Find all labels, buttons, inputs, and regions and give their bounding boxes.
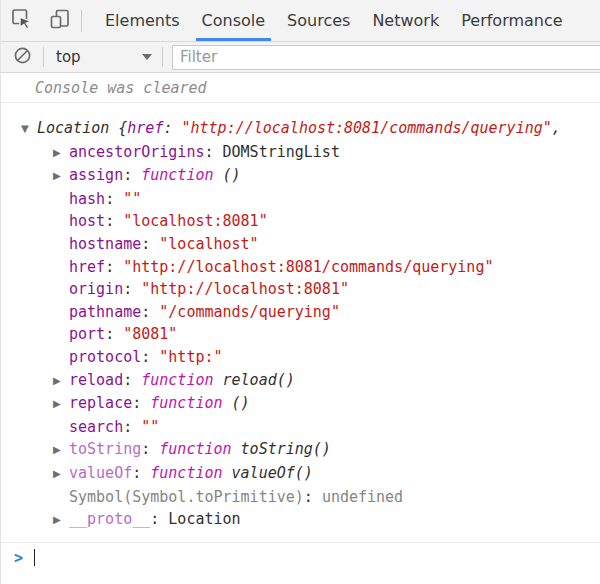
colon-separator: :: [141, 303, 159, 321]
function-keyword: function: [141, 371, 222, 389]
property-name: origin: [69, 280, 123, 298]
property-value: "/commands/querying": [159, 303, 340, 321]
clear-console-icon: [13, 46, 32, 69]
colon-separator: :: [163, 119, 181, 137]
function-signature: reload(): [223, 371, 295, 389]
property-row: href: "http://localhost:8081/commands/qu…: [1, 256, 600, 279]
colon-separator: :: [123, 280, 141, 298]
triangle-down-icon[interactable]: ▼: [21, 118, 37, 141]
toggle-device-toolbar-icon: [49, 8, 71, 34]
property-name: Symbol(Symbol.toPrimitive): [69, 488, 304, 506]
triangle-right-icon[interactable]: ▶: [53, 142, 69, 165]
console-prompt[interactable]: >: [1, 542, 600, 573]
chevron-down-icon: [142, 54, 152, 60]
property-row: hash: "": [1, 188, 600, 211]
colon-separator: :: [204, 143, 222, 161]
triangle-right-icon[interactable]: ▶: [53, 439, 69, 462]
colon-separator: :: [105, 190, 123, 208]
property-row[interactable]: ▶assign: function (): [1, 164, 600, 188]
devtools-window: Elements Console Sources Network Perform…: [0, 0, 600, 584]
property-row[interactable]: ▶valueOf: function valueOf(): [1, 462, 600, 486]
tab-network[interactable]: Network: [361, 0, 450, 41]
tab-console[interactable]: Console: [191, 0, 277, 41]
colon-separator: :: [105, 258, 123, 276]
property-row: pathname: "/commands/querying": [1, 301, 600, 324]
property-value: "http:": [159, 348, 222, 366]
property-value: DOMStringList: [223, 143, 340, 161]
toggle-device-toolbar-button[interactable]: [43, 4, 77, 38]
preview-property-name: href: [127, 119, 163, 137]
colon-separator: :: [141, 348, 159, 366]
tab-label: Network: [372, 11, 439, 30]
tab-elements[interactable]: Elements: [94, 0, 191, 41]
property-row: port: "8081": [1, 323, 600, 346]
tab-label: Performance: [461, 11, 562, 30]
property-name: toString: [69, 440, 141, 458]
object-preview-row[interactable]: ▼Location {href: "http://localhost:8081/…: [1, 117, 600, 141]
triangle-right-icon[interactable]: ▶: [53, 165, 69, 188]
function-keyword: function: [159, 440, 240, 458]
property-value: "": [123, 190, 141, 208]
colon-separator: :: [123, 166, 141, 184]
function-keyword: function: [150, 394, 231, 412]
property-row: host: "localhost:8081": [1, 210, 600, 233]
tab-sources[interactable]: Sources: [276, 0, 361, 41]
function-signature: valueOf(): [232, 464, 313, 482]
colon-separator: :: [304, 488, 322, 506]
text-cursor: [34, 549, 35, 566]
colon-separator: :: [105, 212, 123, 230]
tab-label: Elements: [105, 11, 180, 30]
prompt-chevron-icon: >: [14, 549, 23, 567]
property-name: replace: [69, 394, 132, 412]
property-value: "": [141, 418, 159, 436]
object-open-brace: {: [109, 119, 127, 137]
toolbar-separator: [81, 10, 82, 32]
colon-separator: :: [150, 510, 168, 528]
execution-context-value: top: [56, 48, 142, 66]
function-signature: (): [223, 166, 241, 184]
tab-performance[interactable]: Performance: [450, 0, 573, 41]
triangle-right-icon[interactable]: ▶: [53, 463, 69, 486]
property-name: pathname: [69, 303, 141, 321]
clear-console-button[interactable]: [1, 42, 43, 72]
triangle-right-icon[interactable]: ▶: [53, 509, 69, 532]
property-row[interactable]: ▶toString: function toString(): [1, 438, 600, 462]
property-name: reload: [69, 371, 123, 389]
object-class-name: Location: [37, 119, 109, 137]
property-row[interactable]: ▶replace: function (): [1, 392, 600, 416]
property-value: Location: [168, 510, 240, 528]
property-name: __proto__: [69, 510, 150, 528]
console-info-message: Console was cleared: [1, 73, 600, 103]
colon-separator: :: [123, 371, 141, 389]
property-row: origin: "http://localhost:8081": [1, 278, 600, 301]
property-name: ancestorOrigins: [69, 143, 204, 161]
tab-label: Sources: [287, 11, 350, 30]
execution-context-selector[interactable]: top: [44, 42, 162, 72]
property-row: Symbol(Symbol.toPrimitive): undefined: [1, 486, 600, 509]
property-row[interactable]: ▶ancestorOrigins: DOMStringList: [1, 141, 600, 165]
property-value: "8081": [123, 325, 177, 343]
function-signature: (): [232, 394, 250, 412]
property-value: undefined: [322, 488, 403, 506]
property-value: "localhost:8081": [123, 212, 268, 230]
property-name: search: [69, 418, 123, 436]
console-log-area: ▼Location {href: "http://localhost:8081/…: [1, 103, 600, 542]
colon-separator: :: [132, 394, 150, 412]
property-row: search: "": [1, 416, 600, 439]
inspect-element-button[interactable]: [5, 4, 39, 38]
property-name: assign: [69, 166, 123, 184]
property-name: href: [69, 258, 105, 276]
colon-separator: :: [132, 464, 150, 482]
devtools-tabbar: Elements Console Sources Network Perform…: [1, 0, 600, 42]
colon-separator: :: [141, 440, 159, 458]
triangle-right-icon[interactable]: ▶: [53, 393, 69, 416]
console-toolbar: top: [1, 42, 600, 73]
property-name: hash: [69, 190, 105, 208]
function-signature: toString(): [241, 440, 331, 458]
property-row[interactable]: ▶__proto__: Location: [1, 508, 600, 532]
triangle-right-icon[interactable]: ▶: [53, 370, 69, 393]
property-row[interactable]: ▶reload: function reload(): [1, 369, 600, 393]
filter-input[interactable]: [172, 45, 600, 70]
property-list: ▶ancestorOrigins: DOMStringList▶assign: …: [1, 141, 600, 532]
property-name: hostname: [69, 235, 141, 253]
